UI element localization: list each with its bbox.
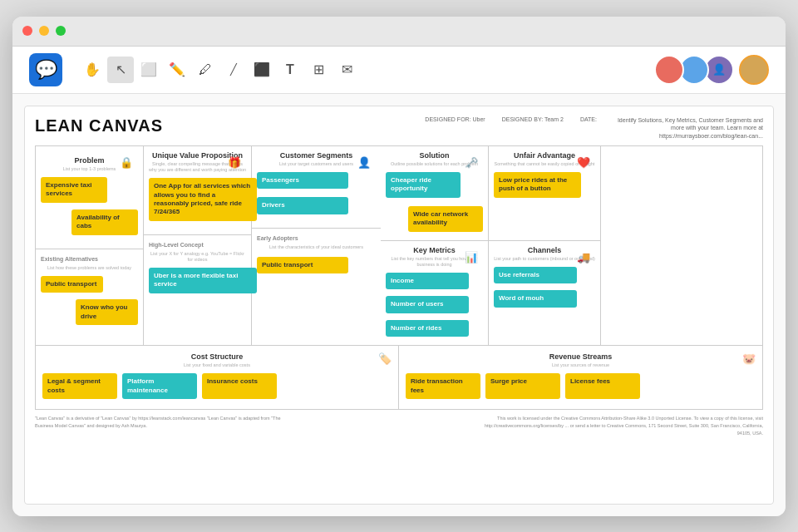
existing-alt-label: Existing Alternatives [41,256,138,262]
toolbar: 💬 ✋ ↖ ⬜ ✏️ 🖊 ╱ ⬛ T ⊞ ✉ 👤 [12,47,786,94]
canvas-meta: DESIGNED FOR: Uber DESIGNED BY: Team 2 D… [425,116,763,140]
cost-header: Cost Structure 🏷️ [42,352,392,361]
cost-subtitle: List your fixed and variable costs [42,362,392,368]
uvp-stickies: One App for all services which allows yo… [149,178,246,224]
date: DATE: [580,116,597,140]
sticky-surge-price[interactable]: Surge price [485,373,560,399]
toolbar-left: 💬 ✋ ↖ ⬜ ✏️ 🖊 ╱ ⬛ T ⊞ ✉ [29,53,360,86]
sticky-num-users[interactable]: Number of users [386,296,469,313]
sticky-referrals[interactable]: Use referrals [494,267,577,283]
early-stickies: Public transport [257,255,376,277]
sticky-income[interactable]: Income [386,273,469,289]
maximize-button[interactable] [56,26,66,36]
pen-tool[interactable]: ✏️ [164,57,190,83]
sticky-know-drive[interactable]: Know who you drive [76,299,138,325]
uvp-header: Unique Value Proposition 🎁 [149,151,246,161]
alt-stickies: Public transport Know who you drive [41,276,138,328]
early-adopters-subtitle: List the characteristics of your ideal c… [257,244,376,250]
bottom-grid: Cost Structure 🏷️ List your fixed and va… [35,346,763,410]
pencil-tool[interactable]: 🖊 [192,57,219,83]
close-button[interactable] [22,26,32,36]
cost-structure-cell: Cost Structure 🏷️ List your fixed and va… [36,346,399,409]
text-tool[interactable]: T [277,57,303,83]
line-tool[interactable]: ╱ [220,57,247,83]
sticky-public-transport-alt[interactable]: Public transport [41,276,103,293]
footer-right-text: This work is licensed under the Creative… [485,416,763,436]
revenue-subtitle: List your sources of revenue [406,362,756,368]
revenue-stickies: Ride transaction fees Surge price Licens… [406,373,756,402]
avatar-1[interactable] [654,55,684,85]
sticky-availability[interactable]: Availability of cabs [71,209,138,235]
revenue-cell: Revenue Streams 🐷 List your sources of r… [399,346,762,409]
unfair-header: Unfair Advantage ❤️ [494,151,595,160]
wide-car-wrapper: Wide car network availability [386,206,483,235]
truck-icon: 🚚 [577,251,590,264]
canvas-header: LEAN CANVAS DESIGNED FOR: Uber DESIGNED … [35,116,763,140]
piggy-icon: 🐷 [742,352,756,365]
main-grid: Problem 🔒 List your top 1-3 problems Exp… [35,145,763,346]
solution-header: Solution 🗝️ [386,151,483,160]
sticky-insurance[interactable]: Insurance costs [202,373,277,399]
gift-icon: 🎁 [228,156,241,169]
footer-right: This work is licensed under the Creative… [472,415,763,436]
sticky-transaction-fees[interactable]: Ride transaction fees [406,373,480,399]
canvas-area[interactable]: LEAN CANVAS DESIGNED FOR: Uber DESIGNED … [12,94,786,516]
chart-icon: 📊 [465,251,478,264]
cost-title: Cost Structure [42,352,392,361]
metrics-header: Key Metrics 📊 [386,246,483,254]
note-tool[interactable]: ✉ [333,57,360,83]
sticky-expensive-taxi[interactable]: Expensive taxi services [41,177,107,203]
high-level-label: High-Level Concept [149,242,246,248]
availability-wrapper: Availability of cabs [41,209,138,239]
early-adopters-divider [252,228,381,232]
person-icon: 👤 [357,156,371,169]
problem-stickies: Expensive taxi services Availability of … [41,177,138,239]
sticky-one-app[interactable]: One App for all services which allows yo… [149,178,257,221]
sticky-platform[interactable]: Platform maintenance [122,373,197,399]
sticky-drivers[interactable]: Drivers [257,197,348,214]
sticky-num-rides[interactable]: Number of rides [386,320,469,337]
lean-canvas: LEAN CANVAS DESIGNED FOR: Uber DESIGNED … [24,106,774,505]
hand-tool[interactable]: ✋ [79,57,106,83]
sticky-legal-costs[interactable]: Legal & segment costs [42,373,117,399]
shape-tool[interactable]: ⬛ [249,57,275,83]
existing-alt-divider [36,249,143,253]
metrics-stickies: Income Number of users Number of rides [386,273,483,340]
sticky-passengers[interactable]: Passengers [257,172,348,189]
toolbar-right: 👤 [659,55,769,85]
app-window: 💬 ✋ ↖ ⬜ ✏️ 🖊 ╱ ⬛ T ⊞ ✉ 👤 [12,17,786,516]
sticky-uber-flexible[interactable]: Uber is a more flexible taxi service [149,268,257,293]
cost-stickies: Legal & segment costs Platform maintenan… [42,373,392,402]
sticky-word-of-mouth[interactable]: Word of mouh [494,290,577,307]
pointer-tool[interactable]: ↖ [107,57,134,83]
footer-left-text: "Lean Canvas" is a derivative of "Lean C… [35,416,281,428]
unfair-stickies: Low price rides at the push of a button [494,172,595,201]
channels-header: Channels 🚚 [494,246,595,254]
sticky-wide-car[interactable]: Wide car network availability [408,206,483,232]
titlebar [12,17,786,47]
high-level-divider [144,234,251,239]
sticky-low-price[interactable]: Low price rides at the push of a button [494,172,581,198]
logo-icon[interactable]: 💬 [29,53,62,86]
footer-left: "Lean Canvas" is a derivative of "Lean C… [35,415,284,436]
sticky-cheaper-ride[interactable]: Cheaper ride opportunity [386,172,461,198]
revenue-title: Revenue Streams [406,352,756,361]
sticky-license-fees[interactable]: License fees [565,373,640,399]
customer-header: Customer Segments 👤 [257,151,376,161]
high-level-subtitle: List your X for Y analogy e.g. YouTube =… [149,251,246,263]
minimize-button[interactable] [39,26,49,36]
early-adopters-label: Early Adopters [257,235,376,241]
revenue-header: Revenue Streams 🐷 [406,352,756,361]
canvas-footer: "Lean Canvas" is a derivative of "Lean C… [35,415,763,436]
eraser-tool[interactable]: ⬜ [135,57,162,83]
table-tool[interactable]: ⊞ [305,57,332,83]
channels-cell: Channels 🚚 List your path to customers (… [489,241,601,345]
solution-cell: Solution 🗝️ Outline possible solutions f… [381,146,489,241]
customer-seg-cell: Customer Segments 👤 List your target cus… [252,146,381,345]
heart-icon: ❤️ [577,156,590,169]
problem-header: Problem 🔒 [41,151,138,166]
key-metrics-cell: Key Metrics 📊 List the key numbers that … [381,241,489,345]
sticky-public-transport-early[interactable]: Public transport [257,257,348,273]
high-level-stickies: Uber is a more flexible taxi service [149,268,246,297]
avatar-4[interactable] [739,55,769,85]
